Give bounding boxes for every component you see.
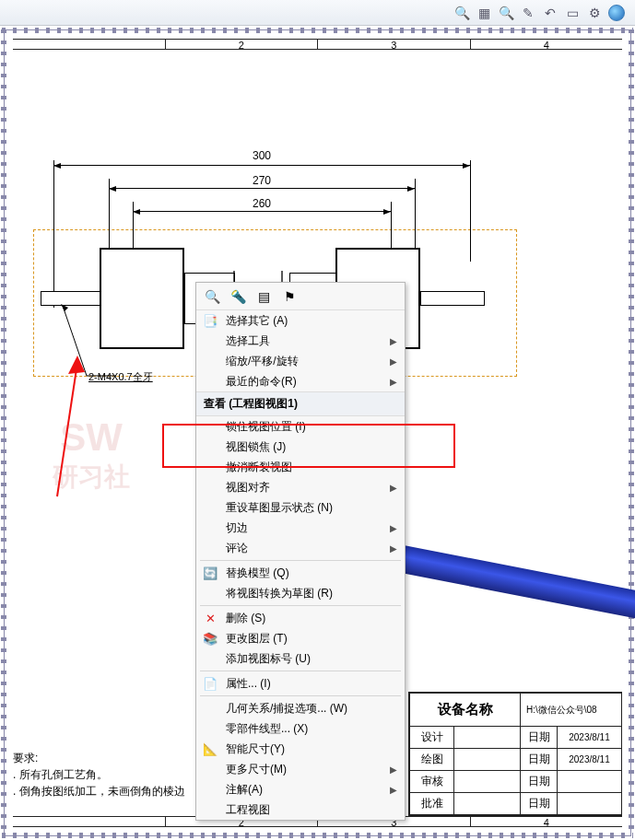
dim-ext	[391, 202, 392, 248]
menu-reset-sketch[interactable]: 重设草图显示状态 (N)	[196, 497, 405, 518]
top-ruler: 2 3 4	[13, 39, 622, 50]
cursor-icon: 📑	[202, 312, 218, 329]
undo-icon[interactable]: ↶	[541, 4, 559, 22]
search2-icon[interactable]: 🔍	[497, 4, 515, 22]
flashlight-icon[interactable]: 🔦	[229, 288, 246, 305]
page-border	[1, 29, 6, 836]
ruler-cell	[13, 817, 166, 826]
ruler-cell: 2	[166, 40, 319, 49]
menu-align[interactable]: 视图对齐▶	[196, 477, 405, 497]
menu-replace-model[interactable]: 🔄替换模型 (Q)	[196, 563, 405, 583]
menu-tangent[interactable]: 切边▶	[196, 518, 405, 538]
chevron-right-icon: ▶	[390, 764, 397, 775]
dim-270	[109, 188, 415, 189]
dim-260-text: 260	[133, 197, 391, 210]
chevron-right-icon: ▶	[390, 377, 397, 387]
tb-review-label: 审核	[410, 771, 454, 793]
menu-properties[interactable]: 📄属性... (I)	[196, 673, 405, 694]
titleblock-name-label: 设备名称	[410, 694, 521, 727]
chevron-right-icon: ▶	[390, 785, 397, 795]
dim-270-text: 270	[109, 174, 415, 187]
dim-ext	[415, 179, 416, 252]
top-toolbar: 🔍 ▦ 🔍 ✎ ↶ ▭ ⚙	[0, 0, 635, 26]
menu-zoom-pan[interactable]: 缩放/平移/旋转▶	[196, 351, 405, 371]
menu-undo-break[interactable]: 撤消断裂视图	[196, 457, 405, 477]
menu-change-layer[interactable]: 📚更改图层 (T)	[196, 628, 405, 648]
page-border	[629, 29, 634, 836]
drawing-canvas[interactable]: 2 3 4 2 3 4 SW 研习社 300 270 260	[0, 26, 635, 840]
tb-design-label: 设计	[410, 727, 454, 749]
filter-icon[interactable]: ▦	[475, 4, 493, 22]
search-icon[interactable]: 🔍	[453, 4, 471, 22]
gear-icon[interactable]: ⚙	[585, 4, 604, 22]
watermark: SW 研习社	[13, 400, 170, 510]
dim-300	[53, 165, 470, 166]
dim-260	[133, 211, 391, 212]
chevron-right-icon: ▶	[390, 483, 397, 493]
tb-draw-label: 绘图	[410, 749, 454, 771]
menu-smart-dim[interactable]: 📐智能尺寸(Y)	[196, 739, 405, 759]
replace-icon: 🔄	[202, 565, 218, 581]
dim-300-text: 300	[53, 149, 470, 162]
wrench-icon[interactable]: ✎	[519, 4, 537, 22]
flag-icon[interactable]: ⚑	[281, 288, 298, 305]
globe-icon[interactable]	[607, 4, 626, 22]
chevron-right-icon: ▶	[390, 336, 397, 346]
shaft	[420, 291, 485, 306]
notes-line: . 倒角按图纸加工，未画倒角的棱边	[13, 783, 185, 799]
menu-separator	[200, 695, 401, 696]
tb-cell	[558, 771, 622, 793]
tb-date-value: 2023/8/11	[558, 727, 622, 749]
dim-ext	[470, 160, 471, 262]
menu-drawing-view[interactable]: 工程视图	[196, 799, 405, 820]
menu-separator	[200, 605, 401, 606]
context-menu-toolbar: 🔍 🔦 ▤ ⚑	[196, 283, 405, 310]
menu-annotate[interactable]: 注解(A)▶	[196, 779, 405, 799]
notes-line: . 所有孔倒工艺角。	[13, 766, 185, 783]
tb-approve-label: 批准	[410, 793, 454, 815]
dimension-icon: 📐	[202, 741, 218, 757]
zoom-selection-icon[interactable]: 🔍	[204, 288, 220, 305]
ruler-cell	[13, 40, 166, 49]
tb-date-label: 日期	[521, 749, 558, 771]
titleblock-path: H:\微信公众号\08	[521, 694, 622, 727]
chevron-right-icon: ▶	[390, 543, 397, 554]
tb-cell	[454, 771, 521, 793]
svg-marker-0	[61, 304, 68, 311]
dim-ext	[53, 160, 54, 308]
ruler-cell: 3	[318, 40, 471, 49]
menu-select-other[interactable]: 📑选择其它 (A)	[196, 310, 405, 331]
drawing-notes: 要求: . 所有孔倒工艺角。 . 倒角按图纸加工，未画倒角的棱边	[13, 750, 185, 799]
menu-linetype[interactable]: 零部件线型... (X)	[196, 718, 405, 739]
menu-lock-focus[interactable]: 视图锁焦 (J)	[196, 437, 405, 457]
menu-to-sketch[interactable]: 将视图转换为草图 (R)	[196, 583, 405, 603]
menu-comment[interactable]: 评论▶	[196, 538, 405, 558]
menu-add-label[interactable]: 添加视图标号 (U)	[196, 648, 405, 669]
menu-separator	[200, 671, 401, 671]
tb-date-value: 2023/8/11	[558, 749, 622, 771]
ruler-cell: 4	[471, 40, 623, 49]
notes-title: 要求:	[13, 750, 185, 766]
menu-separator	[200, 560, 401, 561]
tb-cell	[454, 727, 521, 749]
menu-lock-position[interactable]: 锁住视图位置 (I)	[196, 416, 405, 437]
delete-icon: ✕	[202, 610, 218, 626]
properties-icon: 📄	[202, 675, 218, 692]
tb-date-label: 日期	[521, 771, 558, 793]
ruler-cell: 4	[471, 817, 623, 826]
chevron-right-icon: ▶	[390, 523, 397, 533]
menu-select-tools[interactable]: 选择工具▶	[196, 331, 405, 351]
tb-cell	[454, 749, 521, 771]
doc-icon[interactable]: ▭	[563, 4, 582, 22]
menu-more-dim[interactable]: 更多尺寸(M)▶	[196, 759, 405, 779]
chevron-right-icon: ▶	[390, 356, 397, 367]
tb-date-label: 日期	[521, 727, 558, 749]
menu-geom-rel[interactable]: 几何关系/捕捉选项... (W)	[196, 698, 405, 718]
layer-icon: 📚	[202, 630, 218, 647]
grid-icon[interactable]: ▤	[255, 288, 272, 305]
menu-delete[interactable]: ✕删除 (S)	[196, 608, 405, 628]
leader-note: 2-M4X0.7全牙	[88, 370, 153, 384]
context-menu: 🔍 🔦 ▤ ⚑ 📑选择其它 (A) 选择工具▶ 缩放/平移/旋转▶ 最近的命令(…	[195, 282, 406, 821]
menu-section-view: 查看 (工程图视图1)	[196, 391, 405, 416]
menu-recent[interactable]: 最近的命令(R)▶	[196, 371, 405, 391]
